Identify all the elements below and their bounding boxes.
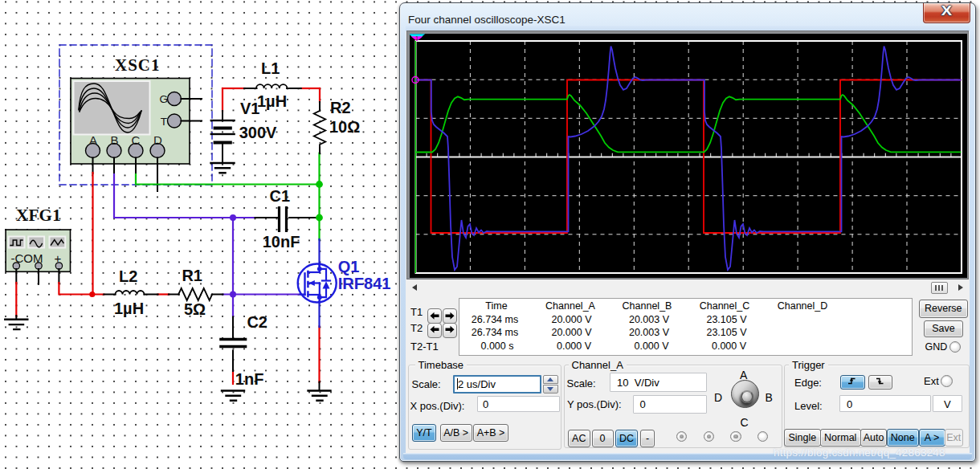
svg-text:IRF841: IRF841 bbox=[338, 275, 391, 292]
svg-text:R1: R1 bbox=[182, 267, 202, 284]
svg-text:1µH: 1µH bbox=[257, 92, 287, 110]
svg-text:A: A bbox=[89, 133, 97, 147]
svg-text:C1: C1 bbox=[270, 187, 291, 205]
svg-text:L1: L1 bbox=[261, 59, 280, 77]
svg-text:C2: C2 bbox=[247, 313, 267, 331]
svg-text:T: T bbox=[161, 116, 167, 128]
svg-text:V1: V1 bbox=[240, 100, 259, 117]
svg-text:Q1: Q1 bbox=[338, 258, 360, 275]
svg-text:B: B bbox=[110, 133, 118, 147]
svg-text:1nF: 1nF bbox=[235, 370, 264, 388]
svg-text:1: 1 bbox=[415, 35, 419, 42]
svg-text:+: + bbox=[55, 251, 62, 265]
svg-text:C: C bbox=[132, 133, 141, 147]
svg-text:5Ω: 5Ω bbox=[184, 300, 206, 318]
svg-text:R2: R2 bbox=[330, 99, 351, 116]
svg-text:300V: 300V bbox=[239, 124, 277, 141]
svg-text:-COM: -COM bbox=[11, 251, 43, 265]
svg-text:D: D bbox=[153, 133, 162, 147]
svg-text:L2: L2 bbox=[119, 267, 137, 285]
svg-text:G: G bbox=[159, 93, 168, 105]
svg-text:10Ω: 10Ω bbox=[329, 118, 360, 136]
svg-text:XSC1: XSC1 bbox=[115, 55, 161, 75]
svg-text:1µH: 1µH bbox=[114, 300, 144, 317]
svg-text:XFG1: XFG1 bbox=[16, 206, 61, 225]
svg-text:10nF: 10nF bbox=[263, 233, 300, 251]
